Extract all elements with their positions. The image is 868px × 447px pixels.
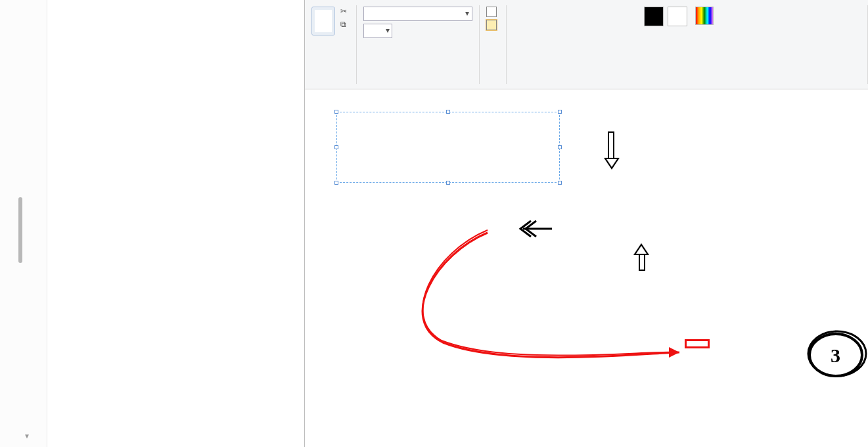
ribbon-group-font bbox=[357, 5, 480, 84]
scribble-3-icon: 3 bbox=[804, 326, 868, 385]
resize-handle[interactable] bbox=[446, 181, 450, 185]
resize-handle[interactable] bbox=[558, 110, 562, 114]
clipboard-icon bbox=[311, 7, 335, 35]
resize-handle[interactable] bbox=[334, 145, 338, 149]
ribbon-group-background bbox=[480, 5, 507, 84]
color1-swatch bbox=[644, 7, 664, 26]
paste-button[interactable] bbox=[311, 7, 335, 38]
cur-arrow-icon bbox=[604, 131, 620, 171]
paint-window: ✂ ⧉ bbox=[304, 0, 868, 447]
scissors-icon: ✂ bbox=[340, 7, 347, 16]
cut-button[interactable]: ✂ bbox=[340, 7, 350, 16]
underline-button[interactable] bbox=[430, 24, 444, 37]
svg-marker-1 bbox=[669, 347, 679, 358]
copy-icon: ⧉ bbox=[340, 20, 346, 29]
bg-opaque-button[interactable] bbox=[486, 7, 499, 17]
color1-button[interactable] bbox=[644, 7, 664, 28]
paint-canvas[interactable]: 3 bbox=[305, 89, 868, 447]
bold-button[interactable] bbox=[396, 24, 409, 37]
code-editor-pane: ▾ bbox=[0, 0, 304, 447]
ribbon: ✂ ⧉ bbox=[305, 0, 868, 89]
edit-colors-button[interactable] bbox=[695, 7, 714, 26]
code-area[interactable] bbox=[47, 0, 304, 447]
sidebar-collapse-icon[interactable]: ▾ bbox=[25, 431, 29, 440]
resize-handle[interactable] bbox=[334, 110, 338, 114]
resize-handle[interactable] bbox=[446, 110, 450, 114]
copy-button[interactable]: ⧉ bbox=[340, 20, 350, 29]
color2-button[interactable] bbox=[668, 7, 687, 28]
tools-edge-button[interactable] bbox=[718, 7, 731, 26]
red-curve-icon bbox=[403, 214, 824, 385]
ribbon-group-clipboard: ✂ ⧉ bbox=[305, 5, 357, 84]
transparent-icon bbox=[486, 20, 497, 30]
font-name-select[interactable] bbox=[363, 7, 472, 21]
italic-button[interactable] bbox=[413, 24, 426, 37]
font-size-select[interactable] bbox=[363, 24, 392, 38]
editor-sidebar: ▾ bbox=[0, 0, 47, 447]
svg-text:3: 3 bbox=[831, 344, 840, 366]
color2-swatch bbox=[668, 7, 687, 26]
sidebar-scroll-thumb[interactable] bbox=[18, 197, 22, 263]
text-input-box[interactable] bbox=[336, 112, 560, 183]
rainbow-icon bbox=[695, 7, 714, 25]
ribbon-group-colors bbox=[507, 5, 868, 84]
resize-handle[interactable] bbox=[334, 181, 338, 185]
strikethrough-button[interactable] bbox=[447, 24, 461, 37]
null-box bbox=[685, 339, 710, 348]
resize-handle[interactable] bbox=[558, 145, 562, 149]
opaque-icon bbox=[486, 7, 497, 17]
resize-handle[interactable] bbox=[558, 181, 562, 185]
bg-transparent-button[interactable] bbox=[486, 20, 499, 30]
reverse-arrow-icon bbox=[514, 216, 553, 242]
